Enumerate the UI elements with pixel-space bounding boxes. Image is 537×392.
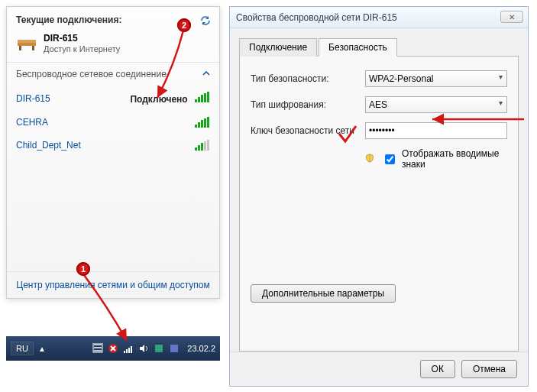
signal-icon — [195, 140, 210, 151]
advanced-params-button[interactable]: Дополнительные параметры — [251, 284, 396, 303]
tab-connection[interactable]: Подключение — [239, 38, 317, 57]
network-item-cehra[interactable]: CEHRA — [7, 111, 219, 134]
chevron-up-icon[interactable] — [202, 69, 210, 76]
svg-rect-1 — [19, 46, 21, 50]
network-map-icon — [16, 35, 37, 52]
current-connection[interactable]: DIR-615 Доступ к Интернету — [7, 30, 219, 62]
uac-shield-icon — [365, 154, 374, 164]
tray-app-icon[interactable] — [154, 343, 164, 354]
ssid-label: CEHRA — [16, 117, 48, 128]
network-tray-icon[interactable] — [123, 343, 134, 354]
volume-icon[interactable] — [138, 343, 149, 354]
annotation-badge-2: 2 — [177, 18, 191, 32]
current-connections-label: Текущие подключения: — [16, 15, 121, 25]
svg-rect-3 — [18, 40, 36, 43]
network-center-link[interactable]: Центр управления сетями и общим доступом — [16, 280, 210, 290]
tab-content-security: Тип безопасности: WPA2-Personal Тип шифр… — [239, 57, 519, 352]
wireless-section[interactable]: Беспроводное сетевое соединение — [7, 63, 219, 86]
encryption-type-select[interactable]: AES — [365, 96, 507, 113]
signal-icon — [195, 117, 210, 128]
svg-rect-10 — [155, 345, 163, 352]
security-key-label: Ключ безопасности сети — [251, 125, 365, 136]
security-type-label: Тип безопасности: — [251, 73, 365, 84]
wifi-properties-dialog: Свойства беспроводной сети DIR-615 ✕ Под… — [229, 6, 529, 387]
signal-icon — [195, 92, 210, 102]
tray-overflow-icon[interactable]: ▲ — [38, 345, 46, 353]
annotation-badge-1: 1 — [76, 262, 90, 276]
security-type-select[interactable]: WPA2-Personal — [365, 70, 507, 87]
wireless-section-label: Беспроводное сетевое соединение — [16, 69, 167, 79]
security-warning-icon[interactable] — [108, 343, 118, 354]
titlebar: Свойства беспроводной сети DIR-615 ✕ — [230, 7, 528, 28]
action-center-icon[interactable] — [92, 343, 103, 354]
svg-rect-9 — [131, 346, 132, 353]
current-network-name: DIR-615 — [44, 33, 120, 44]
network-item-child[interactable]: Child_Dept_Net — [7, 134, 219, 157]
svg-rect-2 — [32, 46, 34, 50]
ssid-label: Child_Dept_Net — [16, 140, 81, 151]
ok-button[interactable]: ОК — [420, 360, 455, 378]
close-button[interactable]: ✕ — [500, 11, 523, 23]
tray-app-icon-2[interactable] — [169, 343, 180, 354]
svg-rect-6 — [124, 351, 125, 353]
show-chars-checkbox[interactable] — [385, 154, 395, 164]
svg-rect-11 — [170, 345, 178, 352]
show-chars-label: Отображать вводимые знаки — [402, 148, 507, 170]
ssid-label: DIR-615 — [16, 93, 50, 104]
network-item-dir615[interactable]: DIR-615 Подключено — [7, 86, 219, 111]
security-key-input[interactable] — [365, 122, 507, 139]
tab-security[interactable]: Безопасность — [319, 38, 397, 57]
svg-rect-7 — [126, 349, 128, 353]
refresh-icon[interactable] — [199, 15, 212, 27]
cancel-button[interactable]: Отмена — [461, 360, 517, 378]
current-network-status: Доступ к Интернету — [44, 44, 120, 54]
dialog-title: Свойства беспроводной сети DIR-615 — [236, 12, 397, 23]
spacer — [7, 157, 219, 271]
svg-rect-8 — [128, 348, 130, 353]
connected-label: Подключено — [130, 94, 187, 105]
dialog-buttons: ОК Отмена — [230, 352, 528, 386]
svg-rect-0 — [18, 43, 36, 46]
clock[interactable]: 23.02.2 — [187, 344, 215, 353]
encryption-type-label: Тип шифрования: — [251, 99, 365, 110]
taskbar: RU ▲ 23.02.2 — [6, 336, 220, 361]
flyout-footer: Центр управления сетями и общим доступом — [7, 271, 219, 298]
language-indicator[interactable]: RU — [11, 342, 34, 355]
tabstrip: Подключение Безопасность — [239, 37, 519, 57]
network-flyout: Текущие подключения: DIR-615 Доступ к Ин… — [6, 6, 220, 299]
